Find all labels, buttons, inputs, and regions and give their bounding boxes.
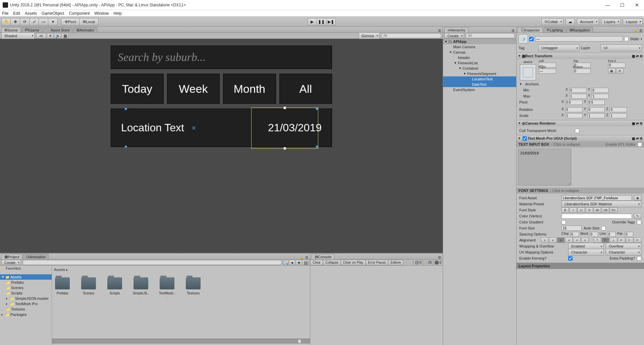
object-picker-icon[interactable]: ◉ xyxy=(634,195,641,201)
anchor-preset-button[interactable] xyxy=(520,64,536,80)
console-clear-button[interactable]: Clear xyxy=(310,260,323,265)
font-size-input[interactable] xyxy=(561,225,582,231)
align-left-button[interactable]: ≡ xyxy=(541,237,548,243)
tab-scene[interactable]: ⊞ Scene xyxy=(1,27,21,32)
font-style-s-button[interactable]: S xyxy=(586,207,593,213)
tag-dropdown[interactable]: Untagged xyxy=(538,45,580,51)
tmp-font-settings-header[interactable]: FONT SETTINGS - Click to collapse xyxy=(517,188,644,194)
rect-tool-button[interactable]: ▭ xyxy=(39,18,48,25)
preset-icon[interactable]: ⇄ xyxy=(636,122,639,125)
menu-assets[interactable]: Assets xyxy=(25,11,37,16)
scale-y[interactable] xyxy=(587,113,605,118)
font-style-ab-button[interactable]: ab xyxy=(594,207,601,213)
rotate-tool-button[interactable]: ⟳ xyxy=(20,18,30,25)
anchor-min-y[interactable] xyxy=(591,88,609,93)
transform-tool-button[interactable]: ✦ xyxy=(48,18,58,25)
tmp-enabled-checkbox[interactable] xyxy=(523,136,527,141)
selection-handle-icon[interactable] xyxy=(316,145,318,148)
selection-handle-icon[interactable] xyxy=(124,108,127,110)
tab-lighting[interactable]: ☀ Lighting xyxy=(543,27,566,32)
panel-menu-icon[interactable]: ☰ xyxy=(437,255,441,259)
tree-folder[interactable]: 📁Scripts xyxy=(0,290,52,296)
color-gradient-checkbox[interactable] xyxy=(561,220,566,224)
pivot-y[interactable] xyxy=(587,100,605,105)
tab-assetstore[interactable]: 🛒 Asset Store xyxy=(43,27,73,32)
menu-gameobject[interactable]: GameObject xyxy=(42,11,64,16)
tab-game[interactable]: 🎮 Game xyxy=(21,27,42,32)
layers-dropdown[interactable]: Layers xyxy=(601,18,621,25)
layer-dropdown[interactable]: UI xyxy=(601,45,642,51)
asset-folder[interactable]: TextMesh... xyxy=(159,277,175,299)
color-picker-icon[interactable]: ✎ xyxy=(634,213,641,219)
gameobject-active-checkbox[interactable] xyxy=(529,37,534,41)
console-errorpause-button[interactable]: Error Pause xyxy=(366,260,388,265)
maximize-button[interactable]: ☐ xyxy=(618,2,627,8)
close-button[interactable]: ✕ xyxy=(633,2,641,8)
raw-edit-button[interactable]: R xyxy=(616,68,624,74)
step-button[interactable]: ▶❚ xyxy=(326,18,336,25)
enable-rtl-checkbox[interactable] xyxy=(638,142,642,147)
align-geo-button[interactable]: ≡ xyxy=(581,237,589,243)
selection-handle-icon[interactable] xyxy=(124,145,127,148)
align-center-button[interactable]: ≡ xyxy=(549,237,556,243)
tree-packages[interactable]: ▸📁Packages xyxy=(0,312,52,317)
project-create-dropdown[interactable]: Create xyxy=(1,260,21,265)
align-right-button[interactable]: ≡ xyxy=(557,237,565,243)
static-checkbox[interactable] xyxy=(624,37,629,41)
scene-search-input[interactable] xyxy=(381,33,441,38)
pause-button[interactable]: ❚❚ xyxy=(317,18,326,25)
valign-middle-button[interactable]: ⊢ xyxy=(602,237,609,243)
component-tmp-header[interactable]: ▼ Text Mesh Pro UGUI (Script) ▦⇄⚙ xyxy=(517,135,644,141)
hierarchy-item[interactable]: ▼FireworkList xyxy=(443,60,516,66)
rect-bottom-input[interactable] xyxy=(573,69,591,74)
asset-folder[interactable]: SimpleJS... xyxy=(132,277,149,299)
align-flush-button[interactable]: ≡ xyxy=(573,237,581,243)
tab-navigation[interactable]: ⊞ Navigation xyxy=(567,27,593,32)
pivot-toggle[interactable]: ⊕ Pivot xyxy=(61,18,79,25)
panel-menu-icon[interactable]: ☰ xyxy=(511,28,515,32)
tree-assets[interactable]: ▼📁Assets xyxy=(0,274,52,280)
move-tool-button[interactable]: ✥ xyxy=(11,18,20,25)
console-warn-count[interactable]: ⚠26 xyxy=(423,260,433,265)
asset-folder[interactable]: Prefabs xyxy=(54,277,71,299)
cull-transparent-checkbox[interactable] xyxy=(575,129,579,133)
hierarchy-search-input[interactable] xyxy=(466,33,515,38)
override-tags-checkbox[interactable] xyxy=(637,220,641,224)
uv-vert-dropdown[interactable]: Character xyxy=(606,249,641,256)
auto-size-checkbox[interactable] xyxy=(601,226,606,230)
font-style-i-button[interactable]: I xyxy=(570,207,577,213)
console-info-count[interactable]: i0 xyxy=(413,260,423,265)
menu-file[interactable]: File xyxy=(2,11,8,16)
tree-folder[interactable]: 📁Prefabs xyxy=(0,280,52,285)
component-rect-transform-header[interactable]: ▼▦ Rect Transform ▦⇄⚙ xyxy=(517,53,644,59)
hierarchy-item[interactable]: ▼FireworkSegment xyxy=(443,71,516,76)
fx-toggle[interactable]: ▦ xyxy=(62,33,68,39)
panel-menu-icon[interactable]: ☰ xyxy=(639,28,643,32)
gameobject-name-input[interactable] xyxy=(535,36,623,42)
gizmos-dropdown[interactable]: Gizmos xyxy=(359,32,380,39)
collab-dropdown[interactable]: ⊙ Collab xyxy=(541,18,564,25)
tab-animation[interactable]: ◷ Animation xyxy=(23,254,49,259)
project-breadcrumb[interactable]: Assets ▸ xyxy=(54,268,308,272)
mode-2d-toggle[interactable]: 2D xyxy=(36,33,46,39)
hierarchy-item[interactable]: ▼Container xyxy=(443,66,516,71)
hierarchy-item[interactable]: EventSystem xyxy=(443,87,516,92)
hand-tool-button[interactable]: ✋ xyxy=(1,18,11,25)
spacing-par[interactable] xyxy=(625,232,633,237)
tab-project[interactable]: ▦ Project xyxy=(1,254,22,259)
tree-folder[interactable]: ▸📁SimpleJSON-master xyxy=(0,296,52,301)
rot-y[interactable] xyxy=(587,107,605,112)
scale-z[interactable] xyxy=(609,113,627,118)
font-style-sc-button[interactable]: SC xyxy=(610,207,618,213)
panel-menu-icon[interactable]: ☰ xyxy=(437,28,441,32)
account-dropdown[interactable]: Account xyxy=(577,18,599,25)
minimize-button[interactable]: — xyxy=(603,2,612,8)
layout-dropdown[interactable]: Layout xyxy=(623,18,643,25)
hierarchy-create-dropdown[interactable]: Create xyxy=(444,33,464,38)
kerning-checkbox[interactable] xyxy=(568,256,573,261)
asset-folder[interactable]: Textures xyxy=(185,277,202,299)
play-button[interactable]: ▶ xyxy=(308,18,317,25)
font-style-ab-button[interactable]: AB xyxy=(602,207,609,213)
extra-padding-checkbox[interactable] xyxy=(637,256,641,261)
valign-midline-button[interactable]: ⊢ xyxy=(626,237,633,243)
